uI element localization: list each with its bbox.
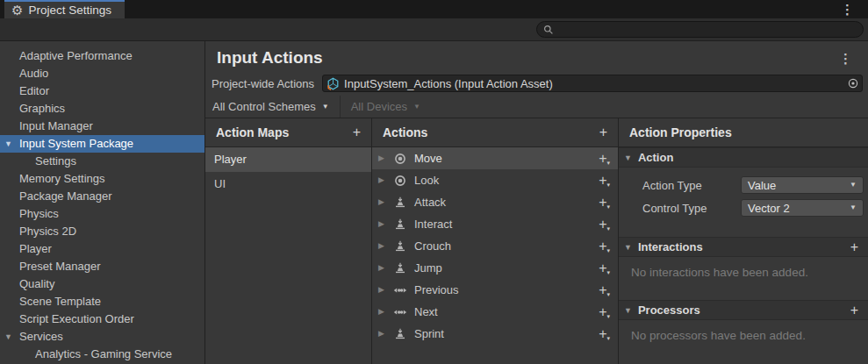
caret-down-icon: ▾ bbox=[606, 160, 610, 166]
chevron-down-icon: ▼ bbox=[850, 182, 857, 189]
plus-icon: + bbox=[599, 283, 606, 297]
sidebar-item-graphics[interactable]: Graphics bbox=[0, 100, 204, 118]
caret-down-icon: ▾ bbox=[606, 313, 610, 319]
action-properties-column: Action Properties ▼ Action Action Type V… bbox=[619, 118, 868, 364]
foldout-collapsed-icon[interactable]: ▶ bbox=[378, 154, 386, 162]
foldout-collapsed-icon[interactable]: ▶ bbox=[378, 264, 386, 272]
action-row-next[interactable]: ▶Next+▾ bbox=[372, 301, 618, 323]
add-binding-button[interactable]: +▾ bbox=[599, 261, 610, 275]
panel-kebab-menu-icon[interactable]: ⋮ bbox=[839, 52, 852, 65]
input-action-asset-field[interactable]: InputSystem_Actions (Input Action Asset) bbox=[322, 75, 863, 92]
sidebar-item-package-manager[interactable]: Package Manager bbox=[0, 188, 204, 205]
caret-down-icon: ▾ bbox=[606, 247, 610, 253]
add-binding-button[interactable]: +▾ bbox=[599, 327, 610, 341]
add-binding-button[interactable]: +▾ bbox=[599, 239, 610, 253]
object-picker-icon[interactable] bbox=[848, 78, 858, 89]
sidebar-item-audio[interactable]: Audio bbox=[0, 65, 204, 82]
action-map-row-ui[interactable]: UI bbox=[205, 172, 371, 196]
foldout-open-icon[interactable]: ▼ bbox=[4, 328, 12, 346]
foldout-collapsed-icon[interactable]: ▶ bbox=[378, 308, 386, 316]
button-control-icon bbox=[393, 218, 407, 231]
add-binding-button[interactable]: +▾ bbox=[599, 196, 610, 210]
foldout-collapsed-icon[interactable]: ▶ bbox=[378, 220, 386, 228]
window-kebab-menu-icon[interactable]: ⋮ bbox=[841, 3, 854, 16]
sidebar-item-quality[interactable]: Quality bbox=[0, 275, 204, 293]
sidebar-item-label: Package Manager bbox=[19, 189, 112, 203]
add-binding-button[interactable]: +▾ bbox=[599, 174, 610, 188]
action-type-dropdown[interactable]: Value ▼ bbox=[741, 176, 864, 194]
action-row-crouch[interactable]: ▶Crouch+▾ bbox=[372, 235, 618, 257]
search-input[interactable] bbox=[536, 21, 864, 38]
sidebar-item-memory-settings[interactable]: Memory Settings bbox=[0, 170, 204, 188]
window-tab-bar: ⚙ Project Settings ⋮ bbox=[0, 0, 868, 18]
chevron-down-icon: ▼ bbox=[322, 103, 329, 111]
caret-down-icon: ▾ bbox=[606, 225, 610, 232]
add-action-map-button[interactable]: + bbox=[353, 125, 361, 139]
foldout-open-icon[interactable]: ▼ bbox=[4, 135, 12, 153]
add-binding-button[interactable]: +▾ bbox=[599, 152, 610, 166]
input-action-asset-icon bbox=[326, 77, 340, 90]
sidebar-item-input-manager[interactable]: Input Manager bbox=[0, 118, 204, 135]
sidebar-item-editor[interactable]: Editor bbox=[0, 82, 204, 100]
control-type-dropdown[interactable]: Vector 2 ▼ bbox=[741, 199, 864, 217]
settings-category-sidebar: Adaptive PerformanceAudioEditorGraphicsI… bbox=[0, 41, 205, 364]
interactions-section-header[interactable]: ▼ Interactions + bbox=[619, 237, 868, 257]
foldout-collapsed-icon[interactable]: ▶ bbox=[378, 176, 386, 184]
action-type-label: Action Type bbox=[642, 179, 741, 192]
sidebar-item-physics[interactable]: Physics bbox=[0, 205, 204, 223]
add-processor-button[interactable]: + bbox=[850, 303, 858, 318]
foldout-collapsed-icon[interactable]: ▶ bbox=[378, 242, 386, 250]
sidebar-item-label: Services bbox=[19, 330, 63, 343]
action-row-previous[interactable]: ▶Previous+▾ bbox=[372, 279, 618, 301]
plus-icon: + bbox=[599, 239, 606, 253]
action-map-row-player[interactable]: Player bbox=[205, 147, 371, 172]
sidebar-item-services[interactable]: ▼Services bbox=[0, 328, 204, 346]
caret-down-icon: ▾ bbox=[606, 269, 610, 275]
project-wide-actions-label: Project-wide Actions bbox=[212, 77, 314, 90]
tab-project-settings[interactable]: ⚙ Project Settings bbox=[4, 0, 125, 18]
caret-down-icon: ▾ bbox=[606, 291, 610, 297]
add-action-button[interactable]: + bbox=[599, 125, 607, 139]
action-row-move[interactable]: ▶Move+▾ bbox=[372, 147, 618, 169]
sidebar-item-script-execution-order[interactable]: Script Execution Order bbox=[0, 310, 204, 328]
add-binding-button[interactable]: +▾ bbox=[599, 305, 610, 319]
sidebar-item-analytics-gaming-service[interactable]: Analytics - Gaming Service bbox=[0, 346, 204, 363]
action-row-look[interactable]: ▶Look+▾ bbox=[372, 169, 618, 191]
plus-icon: + bbox=[599, 174, 606, 188]
caret-down-icon: ▾ bbox=[606, 203, 610, 210]
processors-section-header[interactable]: ▼ Processors + bbox=[619, 300, 868, 320]
control-schemes-dropdown[interactable]: All Control Schemes ▼ bbox=[212, 96, 340, 118]
sidebar-item-label: Graphics bbox=[19, 102, 65, 115]
actions-column: Actions + ▶Move+▾▶Look+▾▶Attack+▾▶Intera… bbox=[372, 118, 619, 364]
add-binding-button[interactable]: +▾ bbox=[599, 283, 610, 297]
action-row-sprint[interactable]: ▶Sprint+▾ bbox=[372, 323, 618, 345]
sidebar-item-input-system-package[interactable]: ▼Input System Package bbox=[0, 135, 204, 153]
sidebar-item-player[interactable]: Player bbox=[0, 240, 204, 258]
plus-icon: + bbox=[599, 218, 606, 232]
add-binding-button[interactable]: +▾ bbox=[599, 218, 610, 232]
processors-empty-text: No processors have been added. bbox=[619, 320, 868, 356]
action-map-label: Player bbox=[214, 153, 247, 166]
action-section-header[interactable]: ▼ Action bbox=[619, 147, 868, 168]
chevron-down-icon: ▼ bbox=[413, 103, 420, 111]
action-row-attack[interactable]: ▶Attack+▾ bbox=[372, 191, 618, 213]
sidebar-item-preset-manager[interactable]: Preset Manager bbox=[0, 258, 204, 275]
foldout-collapsed-icon[interactable]: ▶ bbox=[378, 330, 386, 338]
action-row-interact[interactable]: ▶Interact+▾ bbox=[372, 213, 618, 235]
foldout-collapsed-icon[interactable]: ▶ bbox=[378, 286, 386, 294]
add-interaction-button[interactable]: + bbox=[850, 240, 858, 254]
sidebar-item-scene-template[interactable]: Scene Template bbox=[0, 293, 204, 310]
sidebar-item-label: Player bbox=[19, 242, 52, 255]
action-row-jump[interactable]: ▶Jump+▾ bbox=[372, 257, 618, 279]
stick-control-icon bbox=[393, 153, 407, 165]
sidebar-item-settings[interactable]: Settings bbox=[0, 153, 204, 170]
action-maps-header: Action Maps bbox=[216, 125, 289, 139]
foldout-collapsed-icon[interactable]: ▶ bbox=[378, 198, 386, 206]
devices-dropdown[interactable]: All Devices ▼ bbox=[340, 96, 431, 118]
sidebar-item-physics-2d[interactable]: Physics 2D bbox=[0, 223, 204, 240]
sidebar-item-adaptive-performance[interactable]: Adaptive Performance bbox=[0, 47, 204, 65]
action-maps-column: Action Maps + PlayerUI bbox=[205, 118, 372, 364]
button-control-icon bbox=[393, 262, 407, 275]
axis-control-icon bbox=[393, 307, 407, 318]
button-control-icon bbox=[393, 196, 407, 209]
